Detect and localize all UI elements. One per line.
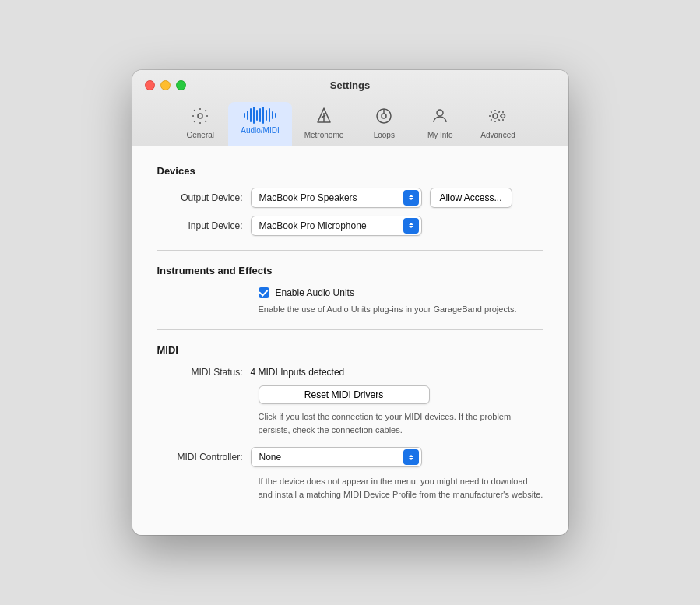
divider-1 — [157, 250, 543, 251]
input-device-row: Input Device: MacBook Pro Microphone — [157, 216, 543, 236]
waveform-icon — [244, 107, 277, 124]
midi-section: MIDI MIDI Status: 4 MIDI Inputs detected… — [157, 344, 543, 501]
midi-status-row: MIDI Status: 4 MIDI Inputs detected — [157, 367, 543, 378]
instruments-section: Instruments and Effects Enable Audio Uni… — [157, 265, 543, 316]
reset-midi-drivers-button[interactable]: Reset MIDI Drivers — [259, 385, 430, 404]
svg-point-5 — [382, 114, 386, 118]
tab-audio-midi[interactable]: Audio/MIDI — [228, 102, 291, 146]
toolbar: General Audio/MIDI — [145, 99, 556, 146]
tab-loops[interactable]: Loops — [356, 102, 412, 146]
tab-general-label: General — [186, 131, 214, 139]
reset-midi-description: Click if you lost the connection to your… — [259, 410, 543, 436]
maximize-button[interactable] — [176, 80, 186, 90]
traffic-lights — [145, 80, 186, 90]
svg-point-0 — [198, 114, 202, 118]
enable-audio-units-description: Enable the use of Audio Units plug-ins i… — [259, 303, 543, 316]
metronome-icon — [315, 107, 333, 128]
tab-my-info[interactable]: My Info — [412, 102, 468, 146]
svg-point-9 — [501, 114, 505, 118]
window-title: Settings — [330, 79, 370, 91]
output-device-row: Output Device: MacBook Pro Speakers Allo… — [157, 188, 543, 208]
tab-metronome-label: Metronome — [304, 131, 344, 139]
midi-controller-select-wrapper: None — [251, 447, 422, 467]
title-bar-top: Settings — [145, 79, 556, 91]
input-device-label: Input Device: — [157, 220, 251, 231]
midi-status-value: 4 MIDI Inputs detected — [251, 367, 345, 378]
tab-my-info-label: My Info — [427, 131, 453, 139]
output-device-select-wrapper: MacBook Pro Speakers — [251, 188, 422, 208]
midi-controller-select[interactable]: None — [251, 447, 422, 467]
midi-header: MIDI — [157, 344, 543, 356]
midi-controller-label: MIDI Controller: — [157, 452, 251, 463]
midi-controller-description: If the device does not appear in the men… — [259, 475, 543, 501]
tab-advanced-label: Advanced — [480, 131, 515, 139]
input-device-select-wrapper: MacBook Pro Microphone — [251, 216, 422, 236]
tab-audio-midi-label: Audio/MIDI — [241, 126, 279, 135]
allow-access-button[interactable]: Allow Access... — [430, 188, 512, 208]
tab-metronome[interactable]: Metronome — [292, 102, 357, 146]
enable-audio-units-checkbox[interactable] — [259, 287, 269, 298]
loops-icon — [375, 107, 393, 128]
title-bar: Settings General — [132, 70, 568, 146]
tab-advanced[interactable]: Advanced — [468, 102, 527, 146]
close-button[interactable] — [145, 80, 155, 90]
enable-audio-units-label: Enable Audio Units — [276, 287, 354, 298]
tab-loops-label: Loops — [374, 131, 395, 139]
settings-window: Settings General — [132, 70, 568, 536]
svg-point-8 — [493, 114, 498, 118]
midi-status-label: MIDI Status: — [157, 367, 251, 378]
minimize-button[interactable] — [160, 80, 171, 90]
output-device-label: Output Device: — [157, 192, 251, 203]
midi-controller-row: MIDI Controller: None — [157, 447, 543, 467]
enable-audio-units-row[interactable]: Enable Audio Units — [259, 287, 543, 298]
svg-point-7 — [437, 110, 443, 116]
divider-2 — [157, 329, 543, 330]
tab-general[interactable]: General — [172, 102, 228, 146]
advanced-gear-icon — [487, 107, 509, 128]
person-icon — [431, 107, 449, 128]
output-device-select[interactable]: MacBook Pro Speakers — [251, 188, 422, 208]
content-area: Devices Output Device: MacBook Pro Speak… — [132, 146, 568, 536]
instruments-header: Instruments and Effects — [157, 265, 543, 276]
input-device-select[interactable]: MacBook Pro Microphone — [251, 216, 422, 236]
devices-header: Devices — [157, 165, 543, 177]
gear-icon — [191, 107, 209, 128]
devices-section: Devices Output Device: MacBook Pro Speak… — [157, 165, 543, 236]
